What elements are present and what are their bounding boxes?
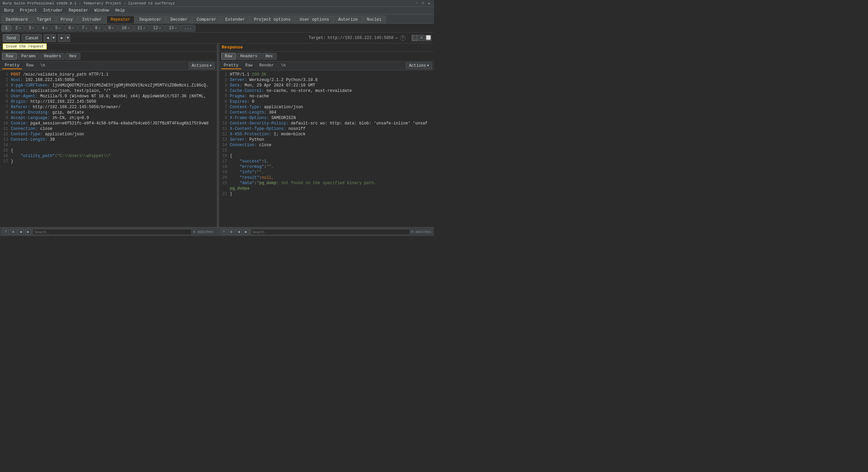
request-settings-icon[interactable]: ⚙ <box>10 229 16 235</box>
repeater-tab-13[interactable]: 13 ✕ <box>165 25 180 32</box>
nav-tab-project-options[interactable]: Project options <box>250 16 295 23</box>
line-content: Content-Length: 39 <box>11 137 55 142</box>
nav-forward-arrow-button[interactable]: ▼ <box>65 34 70 42</box>
repeater-tab-8[interactable]: 8 ✕ <box>91 25 104 32</box>
tab-close-icon[interactable]: ✕ <box>72 26 74 30</box>
minimize-button[interactable]: − <box>414 1 419 6</box>
repeater-tab-...[interactable]: ... <box>181 25 196 32</box>
format-tab-raw[interactable]: Raw <box>221 53 236 60</box>
line-content: Content-Security-Policy: default-src ws:… <box>230 121 428 126</box>
request-search-input[interactable] <box>33 229 192 235</box>
send-button[interactable]: Send <box>3 34 20 42</box>
nav-tab-repeater[interactable]: Repeater <box>106 16 135 23</box>
line-number: 6 <box>0 99 11 104</box>
request-format-tabs: RawParamsHeadersHex <box>0 52 217 61</box>
tab-close-icon[interactable]: ✕ <box>99 26 101 30</box>
line-content: X-Frame-Options: SAMEORIGIN <box>230 115 296 121</box>
close-button[interactable]: ✕ <box>427 1 431 6</box>
nav-tab-comparer[interactable]: Comparer <box>192 16 221 23</box>
editor-tab-render[interactable]: Render <box>256 62 276 69</box>
nav-tab-user-options[interactable]: User options <box>295 16 333 23</box>
layout-vertical-icon[interactable]: ⬜ <box>425 35 431 41</box>
menu-item-project[interactable]: Project <box>17 7 40 14</box>
code-line: 12X-XSS-Protection: 1; mode=block <box>219 132 434 137</box>
editor-tab-n[interactable]: \n <box>38 62 48 69</box>
maximize-button[interactable]: □ <box>420 1 425 6</box>
nav-tab-autorize[interactable]: Autorize <box>334 16 362 23</box>
format-tab-hex[interactable]: Hex <box>65 53 80 60</box>
request-nav-back-icon[interactable]: ◀ <box>18 229 24 235</box>
actions-button[interactable]: Actions▼ <box>406 62 432 69</box>
response-nav-forward-icon[interactable]: ▶ <box>243 229 249 235</box>
help-icon[interactable]: ? <box>400 35 406 41</box>
nav-tab-extender[interactable]: Extender <box>221 16 249 23</box>
actions-button[interactable]: Actions▼ <box>189 62 215 69</box>
format-tab-headers[interactable]: Headers <box>40 53 65 60</box>
repeater-tab-6[interactable]: 6 ✕ <box>65 25 78 32</box>
request-nav-forward-icon[interactable]: ▶ <box>25 229 31 235</box>
nav-back-button[interactable]: ◀ <box>44 34 51 42</box>
layout-horizontal-icon[interactable]: ≡ <box>418 35 425 41</box>
editor-tab-n[interactable]: \n <box>278 62 288 69</box>
menu-item-burp[interactable]: Burp <box>1 7 17 14</box>
tab-close-icon[interactable]: ✕ <box>45 26 47 30</box>
tab-close-icon[interactable]: ✕ <box>127 26 129 30</box>
editor-tab-raw[interactable]: Raw <box>243 62 255 69</box>
header-name: X-XSS-Protection: <box>230 132 271 137</box>
cancel-button[interactable]: Cancel <box>22 34 42 42</box>
format-tab-raw[interactable]: Raw <box>2 53 17 60</box>
menu-item-repeater[interactable]: Repeater <box>66 7 91 14</box>
response-code-area[interactable]: 1HTTP/1.1 200 OK2Server: Werkzeug/2.1.2 … <box>219 71 434 227</box>
repeater-tab-5[interactable]: 5 ✕ <box>51 25 64 32</box>
response-help-icon[interactable]: ? <box>221 229 227 235</box>
nav-forward-button[interactable]: ▶ <box>58 34 65 42</box>
format-tab-headers[interactable]: Headers <box>236 53 261 60</box>
repeater-tab-3[interactable]: 3 ✕ <box>25 25 38 32</box>
repeater-tab-12[interactable]: 12 ✕ <box>149 25 165 32</box>
tab-close-icon[interactable]: ✕ <box>19 26 21 30</box>
nav-tab-proxy[interactable]: Proxy <box>56 16 77 23</box>
menu-item-window[interactable]: Window <box>91 7 111 14</box>
repeater-tab-4[interactable]: 4 ✕ <box>38 25 51 32</box>
repeater-tab-2[interactable]: 2 ✕ <box>12 25 24 32</box>
nav-tab-decoder[interactable]: Decoder <box>166 16 192 23</box>
line-content: "result":null, <box>230 175 274 180</box>
tab-close-icon[interactable]: ✕ <box>112 26 114 30</box>
response-nav-back-icon[interactable]: ◀ <box>236 229 242 235</box>
repeater-tab-10[interactable]: 10 ✕ <box>118 25 133 32</box>
format-tab-params[interactable]: Params <box>18 53 40 60</box>
tab-close-icon[interactable]: ✕ <box>143 26 145 30</box>
request-code-area[interactable]: 1POST /misc/validate_binary_path HTTP/1.… <box>0 71 217 227</box>
nav-back-arrow-button[interactable]: ▼ <box>51 34 56 42</box>
tab-close-icon[interactable]: ✕ <box>32 26 34 30</box>
line-number: 21 <box>219 180 230 191</box>
request-help-icon[interactable]: ? <box>3 229 9 235</box>
tab-close-icon[interactable]: ✕ <box>175 26 177 30</box>
line-content: } <box>230 191 232 197</box>
edit-target-icon[interactable]: ✏ <box>396 35 398 40</box>
repeater-tab-1[interactable]: 1 <box>1 25 11 32</box>
repeater-tab-9[interactable]: 9 ✕ <box>105 25 118 32</box>
editor-tab-raw[interactable]: Raw <box>23 62 36 69</box>
json-key: "utility_path" <box>21 154 55 158</box>
nav-tab-intruder[interactable]: Intruder <box>78 16 106 23</box>
response-search-input[interactable] <box>251 229 410 235</box>
repeater-tab-11[interactable]: 11 ✕ <box>134 25 149 32</box>
format-tab-hex[interactable]: Hex <box>262 53 277 60</box>
response-settings-icon[interactable]: ⚙ <box>228 229 234 235</box>
nav-tab-nuclei[interactable]: Nuclei <box>363 16 386 23</box>
editor-tab-pretty[interactable]: Pretty <box>221 62 241 69</box>
tab-close-icon[interactable]: ✕ <box>59 26 61 30</box>
nav-tab-sequencer[interactable]: Sequencer <box>135 16 166 23</box>
nav-tab-target[interactable]: Target <box>33 16 56 23</box>
tab-close-icon[interactable]: ✕ <box>85 26 87 30</box>
line-number: 7 <box>219 104 230 110</box>
nav-tab-dashboard[interactable]: Dashboard <box>1 16 32 23</box>
line-number: 5 <box>0 94 11 99</box>
repeater-tab-7[interactable]: 7 ✕ <box>78 25 91 32</box>
tab-close-icon[interactable]: ✕ <box>159 26 161 30</box>
menu-item-help[interactable]: Help <box>112 7 128 14</box>
menu-item-intruder[interactable]: Intruder <box>40 7 65 14</box>
editor-tab-pretty[interactable]: Pretty <box>2 62 22 69</box>
layout-split-icon[interactable]: ⬛ <box>412 35 418 41</box>
